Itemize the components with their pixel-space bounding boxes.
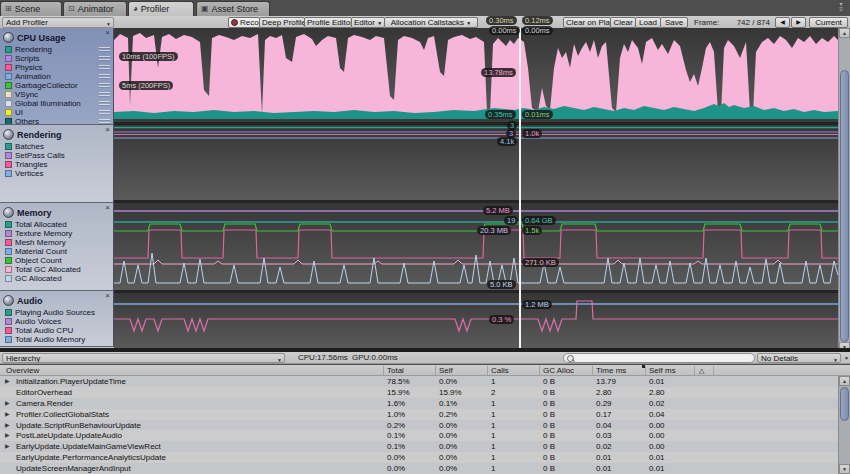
column-header-total[interactable]: Total: [387, 366, 404, 376]
legend-item-garbagecollector[interactable]: GarbageCollector: [0, 81, 113, 90]
table-row[interactable]: EarlyUpdate.PerformanceAnalyticsUpdate0.…: [0, 452, 838, 463]
add-profiler-dropdown[interactable]: Add Profiler ▼: [2, 17, 114, 28]
tab-scene[interactable]: ⊞Scene: [0, 1, 62, 16]
module-panel-audio[interactable]: Audio×Playing Audio SourcesAudio VoicesT…: [0, 291, 114, 347]
details-mode-dropdown[interactable]: No Details ▼: [757, 353, 841, 363]
table-row[interactable]: EditorOverhead15.9%15.9%20 B2.802.80: [0, 387, 838, 398]
charts-scrollbar-thumb[interactable]: [840, 70, 849, 342]
expand-arrow-icon[interactable]: ▶: [5, 443, 10, 450]
save-button[interactable]: Save: [660, 17, 688, 28]
legend-swatch[interactable]: [5, 170, 12, 177]
tab-asset-store[interactable]: ▣Asset Store: [196, 1, 270, 16]
column-separator[interactable]: [694, 366, 695, 376]
expand-arrow-icon[interactable]: ▶: [5, 411, 10, 418]
column-header-calls[interactable]: Calls: [491, 366, 509, 376]
column-header-gc-alloc[interactable]: GC Alloc: [543, 366, 574, 376]
legend-swatch[interactable]: [5, 46, 12, 53]
legend-swatch[interactable]: [5, 327, 12, 334]
drag-handle-icon[interactable]: [99, 47, 110, 52]
record-button[interactable]: Record: [228, 17, 260, 28]
drag-handle-icon[interactable]: [99, 83, 110, 88]
legend-swatch[interactable]: [5, 109, 12, 116]
legend-swatch[interactable]: [5, 248, 12, 255]
legend-item-total-audio-memory[interactable]: Total Audio Memory: [0, 335, 113, 344]
table-scrollbar-thumb[interactable]: [840, 387, 849, 421]
drag-handle-icon[interactable]: [99, 110, 110, 115]
legend-item-vertices[interactable]: Vertices: [0, 169, 113, 178]
legend-swatch[interactable]: [5, 257, 12, 264]
legend-swatch[interactable]: [5, 221, 12, 228]
legend-swatch[interactable]: [5, 266, 12, 273]
scroll-up-icon[interactable]: ▲: [839, 28, 850, 38]
column-header-self[interactable]: Self: [439, 366, 453, 376]
chevron-down-icon[interactable]: ▼: [844, 355, 849, 361]
column-separator[interactable]: [645, 366, 646, 376]
rendering-chart[interactable]: [114, 125, 838, 200]
column-header-time-ms[interactable]: Time ms: [596, 366, 626, 376]
legend-item-triangles[interactable]: Triangles: [0, 160, 113, 169]
deep-profile-button[interactable]: Deep Profile: [259, 17, 305, 28]
legend-item-others[interactable]: Others: [0, 117, 113, 125]
legend-swatch[interactable]: [5, 239, 12, 246]
close-icon[interactable]: ×: [105, 292, 110, 300]
legend-swatch[interactable]: [5, 152, 12, 159]
current-frame-button[interactable]: Current: [809, 17, 848, 28]
legend-item-vsync[interactable]: VSync: [0, 90, 113, 99]
column-separator[interactable]: [539, 366, 540, 376]
legend-item-total-gc-allocated[interactable]: Total GC Allocated: [0, 265, 113, 274]
drag-handle-icon[interactable]: [99, 92, 110, 97]
close-icon[interactable]: ×: [105, 126, 110, 134]
legend-item-batches[interactable]: Batches: [0, 142, 113, 151]
load-button[interactable]: Load: [635, 17, 661, 28]
allocation-callstacks-button[interactable]: Allocation Callstacks ▼: [384, 17, 478, 28]
legend-swatch[interactable]: [5, 161, 12, 168]
legend-item-physics[interactable]: Physics: [0, 63, 113, 72]
expand-arrow-icon[interactable]: ▶: [5, 400, 10, 407]
table-row[interactable]: ▶Camera.Render1.6%0.1%10 B0.290.02: [0, 398, 838, 409]
scroll-up-icon[interactable]: ▲: [839, 376, 850, 386]
expand-arrow-icon[interactable]: ▶: [5, 432, 10, 439]
column-separator[interactable]: [383, 366, 384, 376]
legend-swatch[interactable]: [5, 118, 12, 125]
legend-item-material-count[interactable]: Material Count: [0, 247, 113, 256]
clear-button[interactable]: Clear: [610, 17, 636, 28]
legend-item-mesh-memory[interactable]: Mesh Memory: [0, 238, 113, 247]
column-separator[interactable]: [435, 366, 436, 376]
table-scrollbar[interactable]: ▲ ▼: [838, 376, 850, 474]
drag-handle-icon[interactable]: [99, 101, 110, 106]
charts-scrollbar[interactable]: ▲ ▼: [838, 28, 850, 352]
legend-swatch[interactable]: [5, 318, 12, 325]
hierarchy-view-dropdown[interactable]: Hierarchy ▼: [2, 353, 285, 363]
legend-swatch[interactable]: [5, 230, 12, 237]
table-row[interactable]: ▶Initialization.PlayerUpdateTime78.5%0.0…: [0, 376, 838, 387]
column-separator[interactable]: [713, 366, 714, 376]
tab-profiler[interactable]: ◕Profiler: [128, 1, 194, 16]
module-panel-cpu[interactable]: CPU Usage×RenderingScriptsPhysicsAnimati…: [0, 28, 114, 125]
table-row[interactable]: ▶Update.ScriptRunBehaviourUpdate0.2%0.0%…: [0, 420, 838, 431]
audio-chart[interactable]: [114, 293, 838, 348]
legend-item-total-audio-cpu[interactable]: Total Audio CPU: [0, 326, 113, 335]
close-icon[interactable]: ×: [105, 204, 110, 212]
drag-handle-icon[interactable]: [99, 119, 110, 124]
legend-item-setpass-calls[interactable]: SetPass Calls: [0, 151, 113, 160]
module-panel-memory[interactable]: Memory×Total AllocatedTexture MemoryMesh…: [0, 203, 114, 291]
drag-handle-icon[interactable]: [99, 74, 110, 79]
expand-arrow-icon[interactable]: ▶: [5, 378, 10, 385]
legend-item-rendering[interactable]: Rendering: [0, 45, 113, 54]
legend-item-animation[interactable]: Animation: [0, 72, 113, 81]
previous-frame-button[interactable]: ◀: [775, 17, 790, 28]
legend-item-texture-memory[interactable]: Texture Memory: [0, 229, 113, 238]
table-row[interactable]: ▶EarlyUpdate.UpdateMainGameViewRect0.1%0…: [0, 441, 838, 452]
tab-animator[interactable]: ⊡Animator: [63, 1, 127, 16]
search-input[interactable]: [576, 353, 751, 363]
legend-item-gc-allocated[interactable]: GC Allocated: [0, 274, 113, 283]
cpu-usage-chart[interactable]: [114, 28, 838, 122]
legend-swatch[interactable]: [5, 143, 12, 150]
column-header-overview[interactable]: Overview: [6, 366, 39, 376]
editor-dropdown-button[interactable]: Editor ▼: [351, 17, 385, 28]
legend-swatch[interactable]: [5, 309, 12, 316]
charts-area[interactable]: [114, 28, 838, 352]
expand-arrow-icon[interactable]: ▶: [5, 422, 10, 429]
legend-item-ui[interactable]: UI: [0, 108, 113, 117]
search-field[interactable]: [563, 353, 755, 363]
